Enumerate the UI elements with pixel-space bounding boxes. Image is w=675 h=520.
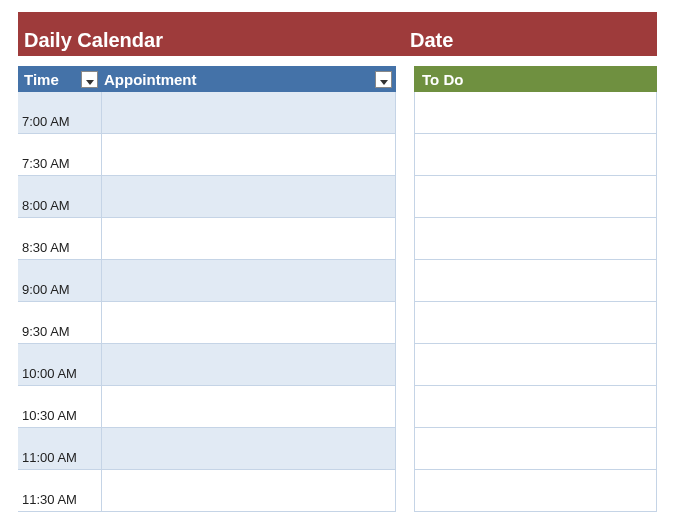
time-filter-button[interactable]	[81, 71, 98, 88]
table-row: 11:30 AM	[18, 470, 396, 512]
table-row: 10:00 AM	[18, 344, 396, 386]
todo-panel: To Do	[414, 66, 657, 512]
todo-cell[interactable]	[414, 218, 657, 260]
table-row: 8:00 AM	[18, 176, 396, 218]
todo-cell[interactable]	[414, 92, 657, 134]
todo-cell[interactable]	[414, 302, 657, 344]
appointment-column-header: Appointment	[102, 71, 396, 88]
title-date: Date	[396, 29, 657, 52]
header-bar: Daily Calendar Date	[18, 12, 657, 56]
time-cell: 8:30 AM	[18, 218, 102, 259]
time-cell: 8:00 AM	[18, 176, 102, 217]
appointment-cell[interactable]	[102, 386, 396, 427]
todo-cell[interactable]	[414, 470, 657, 512]
table-row: 8:30 AM	[18, 218, 396, 260]
appointment-cell[interactable]	[102, 218, 396, 259]
appointment-cell[interactable]	[102, 176, 396, 217]
schedule-panel: Time Appointment	[18, 66, 396, 512]
todo-header: To Do	[414, 66, 657, 92]
appointment-cell[interactable]	[102, 470, 396, 511]
title-daily-calendar: Daily Calendar	[18, 29, 396, 52]
appointment-cell[interactable]	[102, 302, 396, 343]
appointment-cell[interactable]	[102, 260, 396, 301]
time-cell: 9:00 AM	[18, 260, 102, 301]
table-row: 7:30 AM	[18, 134, 396, 176]
appointment-cell[interactable]	[102, 134, 396, 175]
content-area: Time Appointment	[18, 66, 657, 512]
table-row: 11:00 AM	[18, 428, 396, 470]
table-row: 7:00 AM	[18, 92, 396, 134]
time-column-header: Time	[18, 71, 102, 88]
appointment-cell[interactable]	[102, 428, 396, 469]
todo-cell[interactable]	[414, 428, 657, 470]
time-cell: 9:30 AM	[18, 302, 102, 343]
todo-cell[interactable]	[414, 134, 657, 176]
table-row: 9:30 AM	[18, 302, 396, 344]
chevron-down-icon	[380, 71, 388, 88]
time-cell: 7:30 AM	[18, 134, 102, 175]
table-row: 10:30 AM	[18, 386, 396, 428]
time-cell: 11:00 AM	[18, 428, 102, 469]
appointment-header-label: Appointment	[104, 71, 196, 88]
todo-cell[interactable]	[414, 176, 657, 218]
todo-cell[interactable]	[414, 344, 657, 386]
appointment-filter-button[interactable]	[375, 71, 392, 88]
table-row: 9:00 AM	[18, 260, 396, 302]
todo-header-label: To Do	[422, 71, 463, 88]
chevron-down-icon	[86, 71, 94, 88]
appointment-cell[interactable]	[102, 344, 396, 385]
time-cell: 11:30 AM	[18, 470, 102, 511]
time-header-label: Time	[24, 71, 59, 88]
appointment-cell[interactable]	[102, 92, 396, 133]
todo-cell[interactable]	[414, 386, 657, 428]
calendar-template: Daily Calendar Date Time Appointment	[0, 0, 675, 512]
schedule-header-row: Time Appointment	[18, 66, 396, 92]
time-cell: 10:00 AM	[18, 344, 102, 385]
todo-cell[interactable]	[414, 260, 657, 302]
time-cell: 7:00 AM	[18, 92, 102, 133]
time-cell: 10:30 AM	[18, 386, 102, 427]
